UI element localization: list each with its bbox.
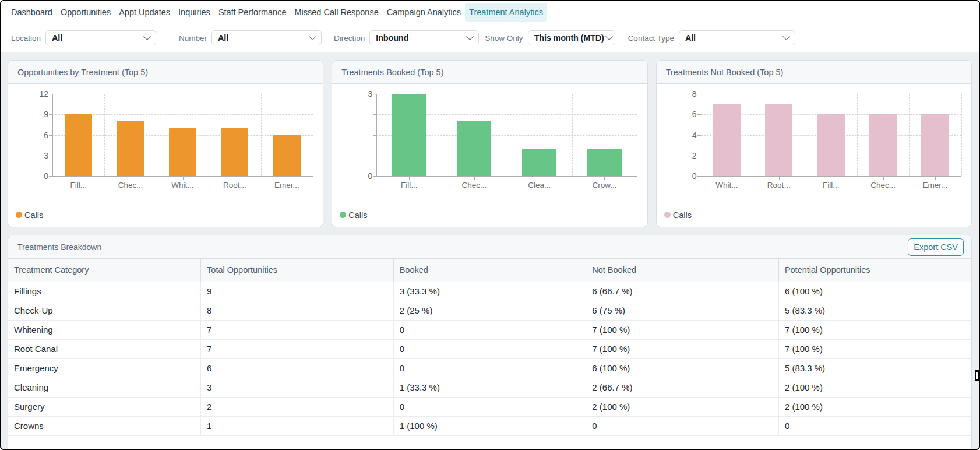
bar — [273, 135, 301, 177]
nav-tabs: DashboardOpportunitiesAppt UpdatesInquir… — [7, 3, 979, 22]
app-window: DashboardOpportunitiesAppt UpdatesInquir… — [0, 0, 980, 450]
table-cell: 6 (100 %) — [778, 282, 971, 301]
section-title: Treatments Breakdown — [17, 242, 101, 252]
bar — [817, 114, 845, 176]
treatments-breakdown-card: Treatments Breakdown Export CSV Treatmen… — [8, 235, 972, 450]
x-tick — [540, 177, 540, 180]
chevron-down-icon — [143, 33, 151, 40]
y-axis-line — [376, 94, 377, 176]
main-content: Opportunities by Treatment (Top 5)036912… — [1, 52, 979, 450]
x-axis-line — [376, 176, 637, 177]
tab-campaign-analytics[interactable]: Campaign Analytics — [383, 3, 465, 22]
x-tick — [474, 177, 475, 180]
bar — [65, 114, 92, 176]
gridline-v — [507, 94, 507, 176]
y-axis-label: 6 — [23, 131, 48, 140]
x-tick — [727, 177, 727, 180]
export-csv-button[interactable]: Export CSV — [908, 238, 964, 256]
tab-dashboard[interactable]: Dashboard — [7, 3, 57, 22]
table-cell: Root Canal — [8, 339, 201, 358]
tab-treatment-analytics[interactable]: Treatment Analytics — [465, 3, 547, 22]
filter-label: Location — [11, 34, 41, 43]
table-cell: 2 — [201, 397, 394, 416]
bar — [169, 128, 196, 176]
treatments-breakdown-header: Treatments Breakdown Export CSV — [8, 235, 971, 259]
table-cell: Check-Up — [8, 301, 201, 320]
legend-label: Calls — [348, 210, 367, 220]
gridline-v — [157, 94, 157, 176]
gridline-v — [805, 94, 805, 176]
gridline-v — [572, 94, 573, 176]
x-tick — [935, 177, 936, 180]
x-tick — [883, 177, 884, 180]
chart-legend[interactable]: Calls — [8, 203, 323, 226]
table-cell: 3 — [201, 378, 394, 397]
table-cell: 1 — [201, 416, 394, 435]
table-cell: Fillings — [8, 282, 201, 301]
x-axis-label: Chec... — [860, 181, 907, 189]
filter-select-number[interactable]: All — [211, 30, 322, 45]
y-axis-label: 8 — [671, 89, 697, 99]
x-axis-label: Whit... — [703, 181, 750, 189]
chevron-down-icon — [782, 33, 790, 40]
filter-contact-type: Contact TypeAll — [628, 30, 795, 45]
table-cell: Surgery — [8, 397, 201, 416]
bar — [522, 149, 556, 176]
table-cell: 2 (100 %) — [778, 378, 971, 397]
filter-label: Direction — [334, 34, 365, 43]
x-tick — [287, 177, 287, 180]
table-cell: 2 (100 %) — [778, 397, 971, 416]
bar — [713, 104, 741, 176]
tab-inquiries[interactable]: Inquiries — [174, 3, 214, 22]
bar — [457, 121, 491, 176]
table-cell: 7 (100 %) — [586, 320, 779, 339]
chart-legend[interactable]: Calls — [332, 203, 647, 226]
chart-card-1: Treatments Booked (Top 5)03Fill...Chec..… — [332, 60, 647, 227]
table-cell: 2 (25 %) — [393, 301, 586, 320]
x-axis-label: Chec... — [107, 181, 154, 189]
filter-select-direction[interactable]: Inbound — [369, 30, 479, 45]
legend-label: Calls — [24, 210, 43, 220]
x-axis-label: Fill... — [55, 181, 102, 189]
y-axis-label: 3 — [347, 89, 372, 99]
filter-select-show-only[interactable]: This month (MTD) — [528, 30, 615, 45]
filter-select-contact-type[interactable]: All — [679, 30, 795, 45]
x-axis-label: Emer... — [912, 181, 958, 189]
table-cell: 0 — [393, 339, 586, 358]
gridline-v — [857, 94, 858, 176]
x-axis-label: Root... — [211, 181, 258, 189]
table-cell: Crowns — [8, 416, 201, 435]
tab-staff-performance[interactable]: Staff Performance — [214, 3, 291, 22]
filter-select-location[interactable]: All — [45, 30, 156, 45]
x-tick — [235, 177, 235, 180]
x-tick — [183, 177, 184, 180]
table-cell: 7 — [201, 339, 394, 358]
filter-label: Show Only — [485, 34, 523, 43]
tab-missed-call-response[interactable]: Missed Call Response — [290, 3, 382, 22]
legend-dot-icon — [340, 212, 346, 218]
filter-direction: DirectionInbound — [334, 30, 479, 45]
gridline-v — [104, 94, 105, 176]
y-axis-label: 3 — [23, 151, 48, 160]
x-axis-label: Root... — [756, 181, 802, 189]
chevron-down-icon — [605, 33, 613, 40]
legend-label: Calls — [673, 210, 692, 220]
chart-title: Opportunities by Treatment (Top 5) — [8, 61, 323, 84]
edge-cursor-mark — [975, 370, 979, 381]
filter-label: Contact Type — [628, 34, 674, 43]
table-row: Root Canal707 (100 %)7 (100 %) — [8, 339, 971, 358]
table-cell: 8 — [201, 301, 394, 320]
chevron-down-icon — [466, 33, 474, 40]
x-axis-label: Emer... — [263, 181, 310, 189]
chart-title: Treatments Booked (Top 5) — [332, 61, 647, 84]
table-cell: 6 (75 %) — [586, 301, 779, 320]
filter-label: Number — [179, 34, 207, 43]
table-row: Emergency606 (100 %)5 (83.3 %) — [8, 358, 971, 378]
x-axis-label: Whit... — [160, 181, 206, 189]
gridline-h — [52, 94, 313, 94]
x-tick — [831, 177, 831, 180]
chart-legend[interactable]: Calls — [657, 203, 971, 226]
tab-opportunities[interactable]: Opportunities — [57, 3, 115, 22]
tab-appt-updates[interactable]: Appt Updates — [115, 3, 174, 22]
chart-cards-row: Opportunities by Treatment (Top 5)036912… — [8, 60, 972, 227]
